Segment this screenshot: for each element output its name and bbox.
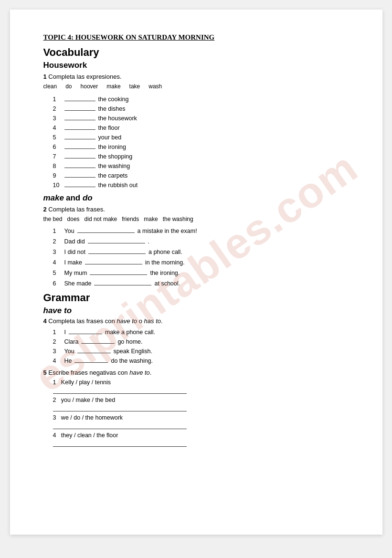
blank-2-3[interactable] (88, 247, 146, 254)
blank-2-2[interactable] (88, 237, 145, 243)
exercise-2-word-bank: the bed does did not make friends make t… (43, 216, 354, 222)
blank-2-1[interactable] (77, 226, 135, 233)
exercise-5-instruction: 5 Escribe frases negativas con have to. (43, 369, 354, 376)
list-item: 4He do the washing. (53, 356, 354, 364)
exercise-5: 5 Escribe frases negativas con have to. … (43, 369, 354, 447)
exercise-4: 4 Completa las frases con have to o has … (43, 317, 354, 364)
list-item: 3You speak English. (53, 347, 354, 355)
answer-line-2[interactable] (53, 405, 187, 411)
list-item: 2 the dishes (53, 104, 354, 112)
exercise-5-item-3: 3 we / do / the homework (53, 414, 354, 421)
blank-4[interactable] (64, 123, 95, 130)
list-item: 9 the carpets (53, 171, 354, 179)
list-item: 3 the housework (53, 114, 354, 122)
list-item: 4I make in the morning. (53, 258, 354, 266)
list-item: 2Dad did . (53, 237, 354, 245)
exercise-5-item-2: 2 you / make / the bed (53, 397, 354, 403)
blank-2-4[interactable] (85, 258, 142, 264)
list-item: 5 your bed (53, 133, 354, 141)
exercise-4-list: 1I make a phone call. 2Clara go home. 3Y… (53, 327, 354, 364)
list-item: 2Clara go home. (53, 337, 354, 345)
exercise-1-list: 1 the cooking 2 the dishes 3 the housewo… (53, 95, 354, 189)
exercise-5-item-1: 1 Kelly / play / tennis (53, 379, 354, 386)
exercise-4-instruction: 4 Completa las frases con have to o has … (43, 317, 354, 325)
list-item: 7 the shopping (53, 152, 354, 160)
have-to-heading: have to (43, 306, 354, 316)
grammar-heading: Grammar (43, 292, 354, 304)
blank-4-1[interactable] (69, 327, 102, 334)
page: eslprintables.com TOPIC 4: HOUSEWORK ON … (10, 10, 382, 535)
answer-line-3[interactable] (53, 422, 187, 429)
vocabulary-heading: Vocabulary (43, 46, 354, 59)
blank-7[interactable] (64, 152, 95, 158)
answer-line-1[interactable] (53, 387, 187, 394)
blank-4-3[interactable] (77, 347, 111, 353)
exercise-5-item-4: 4 they / clean / the floor (53, 432, 354, 439)
blank-9[interactable] (64, 171, 95, 178)
blank-2-5[interactable] (90, 268, 147, 275)
list-item: 6She made at school. (53, 279, 354, 287)
blank-4-2[interactable] (81, 337, 115, 344)
blank-2[interactable] (64, 104, 95, 111)
exercise-1-instruction: 1 Completa las expresiones. (43, 73, 354, 80)
exercise-2-list: 1You a mistake in the exam! 2Dad did . 3… (53, 226, 354, 287)
housework-heading: Housework (43, 61, 354, 70)
blank-6[interactable] (64, 142, 95, 149)
blank-10[interactable] (64, 180, 95, 187)
exercise-1: 1 Completa las expresiones. clean do hoo… (43, 73, 354, 189)
list-item: 4 the floor (53, 123, 354, 131)
list-item: 6 the ironing (53, 142, 354, 150)
blank-4-4[interactable] (74, 356, 108, 363)
blank-1[interactable] (64, 95, 95, 101)
make-do-heading: make and do (43, 193, 354, 203)
blank-8[interactable] (64, 161, 95, 168)
list-item: 1You a mistake in the exam! (53, 226, 354, 234)
list-item: 8 the washing (53, 161, 354, 169)
list-item: 5My mum the ironing. (53, 268, 354, 276)
exercise-2: 2 Completa las frases. the bed does did … (43, 206, 354, 287)
list-item: 1I make a phone call. (53, 327, 354, 336)
blank-5[interactable] (64, 133, 95, 139)
blank-2-6[interactable] (94, 279, 151, 285)
blank-3[interactable] (64, 114, 95, 120)
exercise-1-word-bank: clean do hoover make take wash (43, 83, 354, 90)
exercise-2-instruction: 2 Completa las frases. (43, 206, 354, 213)
page-title: TOPIC 4: HOUSEWORK ON SATURDAY MORNING (43, 33, 354, 42)
list-item: 1 the cooking (53, 95, 354, 103)
answer-line-4[interactable] (53, 440, 187, 447)
list-item: 3I did not a phone call. (53, 247, 354, 255)
list-item: 10 the rubbish out (53, 180, 354, 189)
